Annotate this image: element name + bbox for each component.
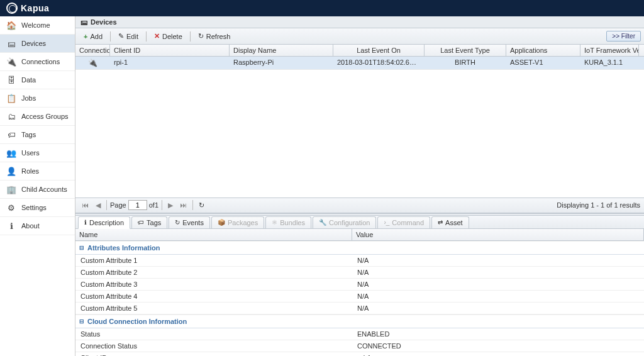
logo-icon [6, 3, 18, 14]
panel-title: Devices [91, 18, 117, 26]
sidebar-item-label: Data [21, 76, 36, 84]
refresh-icon: ↻ [198, 32, 204, 40]
tab-label: Events [182, 219, 204, 226]
property-row[interactable]: Custom Attribute 1N/A [75, 255, 644, 267]
sidebar-item-label: Tags [21, 131, 36, 138]
plus-icon: + [84, 33, 87, 40]
package-icon: 📦 [218, 219, 225, 226]
col-last-event-type[interactable]: Last Event Type [425, 45, 506, 56]
sidebar-item-welcome[interactable]: 🏠Welcome [0, 16, 75, 35]
tab-label: Description [89, 219, 124, 226]
child-icon: 🏢 [6, 184, 16, 194]
pager-page-label: Page [110, 201, 126, 209]
property-row[interactable]: Custom Attribute 4N/A [75, 291, 644, 303]
tab-packages: 📦Packages [211, 216, 264, 228]
detail-col-name[interactable]: Name [75, 229, 352, 240]
tab-description[interactable]: ℹDescription [78, 216, 130, 229]
property-row[interactable]: Custom Attribute 5N/A [75, 303, 644, 314]
tab-configuration: 🔧Configuration [313, 216, 376, 228]
tab-asset[interactable]: ⇄Asset [431, 216, 469, 228]
pager-page-input[interactable] [128, 200, 147, 210]
col-applications[interactable]: Applications [506, 45, 580, 56]
filter-button[interactable]: >> Filter [606, 31, 641, 42]
pager-first[interactable]: ⏮ [79, 200, 91, 210]
property-value: N/A [352, 303, 644, 314]
property-value: CONNECTED [352, 340, 644, 352]
property-name: Connection Status [75, 340, 352, 352]
devices-grid: Connection S… Client ID Display Name Las… [75, 45, 644, 70]
tab-tags[interactable]: 🏷Tags [131, 216, 167, 228]
col-client-id[interactable]: Client ID [110, 45, 230, 56]
pager-refresh[interactable]: ↻ [196, 200, 207, 211]
sidebar-item-devices[interactable]: 🖴Devices [0, 35, 75, 53]
pager-prev[interactable]: ◀ [93, 200, 103, 211]
tab-label: Packages [228, 219, 258, 226]
tag-icon: 🏷 [138, 219, 144, 226]
group-icon: 🗂 [6, 111, 16, 121]
sidebar-item-label: Roles [21, 167, 39, 175]
sidebar-item-users[interactable]: 👥Users [0, 144, 75, 162]
property-name: Client ID [75, 352, 352, 357]
app-header: Kapua [0, 0, 644, 16]
pager-next[interactable]: ▶ [165, 200, 175, 211]
property-row[interactable]: Custom Attribute 2N/A [75, 267, 644, 279]
app-logo: Kapua [6, 3, 49, 14]
col-connection-status[interactable]: Connection S… [75, 45, 110, 56]
connected-icon: 🔌 [88, 58, 97, 67]
sidebar-item-child-accounts[interactable]: 🏢Child Accounts [0, 181, 75, 199]
sidebar-item-label: Child Accounts [21, 186, 67, 193]
tab-bundles: ⚛Bundles [265, 216, 311, 228]
sidebar-item-access-groups[interactable]: 🗂Access Groups [0, 108, 75, 126]
property-value: N/A [352, 279, 644, 290]
sidebar-item-label: Jobs [21, 94, 36, 102]
property-row[interactable]: Client IDrpi-1 [75, 352, 644, 357]
tab-label: Configuration [329, 219, 370, 226]
detail-col-value[interactable]: Value [352, 229, 644, 240]
delete-button[interactable]: ✕Delete [149, 30, 187, 43]
tab-events[interactable]: ↻Events [169, 216, 210, 228]
sidebar-item-tags[interactable]: 🏷Tags [0, 126, 75, 144]
col-display-name[interactable]: Display Name [230, 45, 333, 56]
sidebar-item-jobs[interactable]: 📋Jobs [0, 89, 75, 108]
gear-icon: ⚙ [6, 203, 16, 213]
sidebar-item-about[interactable]: ℹAbout [0, 217, 75, 235]
tab-label: Asset [445, 219, 463, 226]
sidebar-item-data[interactable]: 🗄Data [0, 71, 75, 89]
plug-icon: 🔌 [6, 57, 16, 67]
tag-icon: 🏷 [6, 130, 16, 140]
sidebar-item-connections[interactable]: 🔌Connections [0, 53, 75, 71]
property-value: N/A [352, 255, 644, 266]
property-value: N/A [352, 291, 644, 302]
col-last-event-on[interactable]: Last Event On [333, 45, 425, 56]
property-value: rpi-1 [352, 352, 644, 357]
pager-info: Displaying 1 - 1 of 1 results [557, 201, 640, 209]
detail-header: Name Value [75, 229, 644, 241]
sidebar-item-label: About [21, 222, 40, 230]
col-fw-version[interactable]: IoT Framework Version [580, 45, 639, 56]
device-icon: 🖴 [6, 38, 16, 48]
tab-label: Tags [147, 219, 161, 226]
edit-button[interactable]: ✎Edit [113, 30, 143, 43]
sidebar-item-roles[interactable]: 👤Roles [0, 162, 75, 181]
property-name: Custom Attribute 2 [75, 267, 352, 278]
pager: ⏮ ◀ Page of1 ▶ ⏭ ↻ Displaying 1 - 1 of 1… [75, 197, 644, 213]
group-header[interactable]: ⊟Attributes Information [75, 241, 644, 255]
table-row[interactable]: 🔌 rpi-1 Raspberry-Pi 2018-03-01T18:54:02… [75, 57, 644, 70]
detail-tabs: ℹDescription🏷Tags↻Events📦Packages⚛Bundle… [75, 216, 644, 229]
add-button[interactable]: +Add [79, 30, 108, 43]
refresh-button[interactable]: ↻Refresh [193, 30, 236, 43]
info-icon: ℹ [6, 221, 16, 231]
sidebar-item-label: Users [21, 149, 40, 157]
grid-header-row: Connection S… Client ID Display Name Las… [75, 45, 644, 57]
pager-last[interactable]: ⏭ [177, 200, 189, 210]
property-row[interactable]: Connection StatusCONNECTED [75, 340, 644, 352]
property-row[interactable]: StatusENABLED [75, 328, 644, 340]
property-name: Custom Attribute 5 [75, 303, 352, 314]
pager-of-label: of1 [149, 201, 158, 209]
role-icon: 👤 [6, 166, 16, 176]
x-icon: ✕ [154, 32, 160, 40]
sidebar-item-settings[interactable]: ⚙Settings [0, 199, 75, 217]
property-row[interactable]: Custom Attribute 3N/A [75, 279, 644, 291]
group-header[interactable]: ⊟Cloud Connection Information [75, 314, 644, 328]
property-name: Custom Attribute 4 [75, 291, 352, 302]
